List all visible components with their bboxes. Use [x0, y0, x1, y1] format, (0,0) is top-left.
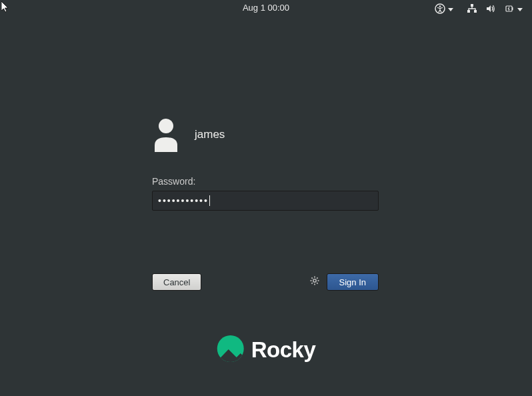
signin-button[interactable]: Sign In: [327, 273, 379, 291]
login-form: james Password: •••••••••••: [152, 117, 379, 211]
text-caret: [209, 195, 210, 206]
svg-point-1: [439, 5, 441, 7]
button-row: Cancel Sign In: [152, 273, 379, 291]
chevron-down-icon: [517, 8, 523, 11]
svg-line-13: [311, 277, 312, 278]
distro-name: Rocky: [251, 337, 316, 363]
distro-logo: Rocky: [217, 335, 316, 365]
svg-rect-3: [467, 10, 470, 13]
password-masked-value: •••••••••••: [158, 195, 209, 206]
network-icon: [467, 3, 477, 16]
network-indicator[interactable]: [464, 2, 480, 17]
rocky-logo-icon: [217, 335, 245, 365]
svg-rect-6: [512, 7, 513, 10]
mouse-cursor: [1, 1, 11, 16]
svg-rect-4: [474, 10, 477, 13]
clock[interactable]: Aug 1 00:00: [243, 3, 289, 13]
user-avatar-icon: [152, 117, 179, 152]
password-input[interactable]: •••••••••••: [152, 191, 379, 211]
accessibility-icon: [435, 3, 445, 16]
top-panel: Aug 1 00:00: [0, 0, 532, 19]
svg-line-15: [311, 283, 312, 283]
user-row: james: [152, 117, 379, 152]
svg-point-8: [313, 279, 315, 282]
username-label: james: [195, 128, 225, 141]
chevron-down-icon: [448, 8, 453, 11]
session-options-button[interactable]: [309, 275, 320, 289]
battery-icon: [504, 3, 515, 16]
svg-point-7: [159, 119, 173, 133]
power-menu[interactable]: [501, 2, 525, 17]
password-label: Password:: [152, 176, 379, 187]
svg-line-16: [317, 277, 317, 278]
accessibility-menu[interactable]: [432, 2, 456, 17]
gear-icon: [309, 275, 320, 289]
svg-rect-2: [471, 4, 473, 7]
volume-icon: [485, 3, 496, 16]
svg-line-14: [317, 283, 317, 283]
cancel-button[interactable]: Cancel: [152, 273, 201, 291]
volume-indicator[interactable]: [483, 2, 499, 17]
